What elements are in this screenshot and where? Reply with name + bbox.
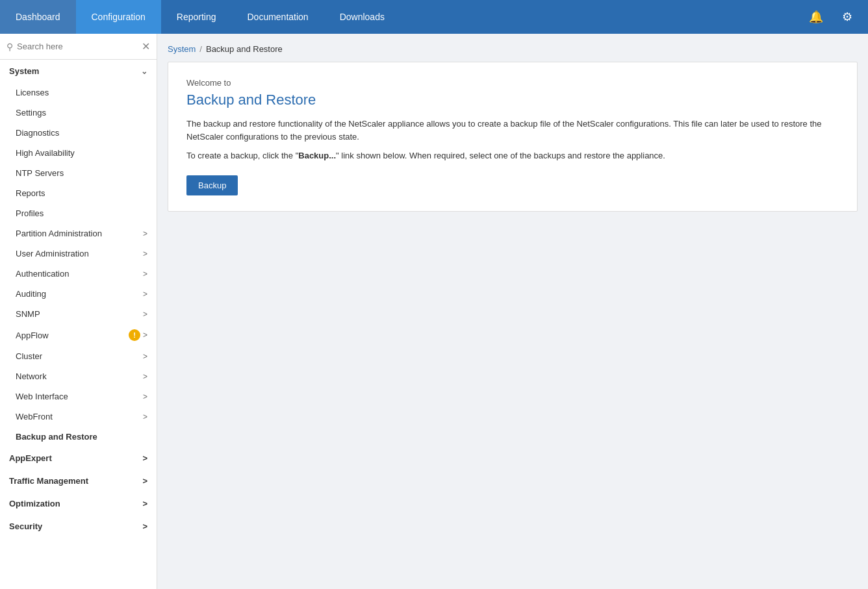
search-icon: ⚲ bbox=[6, 42, 13, 52]
nav-icon-group: 🔔 ⚙ bbox=[795, 0, 868, 34]
high-availability-label: High Availability bbox=[16, 148, 75, 158]
bell-icon[interactable]: 🔔 bbox=[806, 6, 826, 27]
cluster-label: Cluster bbox=[16, 351, 42, 361]
snmp-chevron-icon: > bbox=[143, 310, 147, 319]
sidebar-item-network[interactable]: Network > bbox=[0, 366, 157, 386]
system-section-label: System bbox=[9, 66, 39, 76]
sidebar-item-reports[interactable]: Reports bbox=[0, 183, 157, 203]
description-2: To create a backup, click the "Backup...… bbox=[186, 149, 839, 162]
network-chevron-icon: > bbox=[143, 372, 147, 381]
partition-admin-chevron-icon: > bbox=[143, 229, 147, 238]
sidebar: ⚲ ✕ System ⌄ Licenses Settings Diagnosti… bbox=[0, 34, 157, 589]
nav-item-downloads[interactable]: Downloads bbox=[324, 0, 400, 34]
cluster-chevron-icon: > bbox=[143, 352, 147, 361]
licenses-label: Licenses bbox=[16, 88, 49, 97]
desc2-prefix: To create a backup, click the " bbox=[186, 151, 298, 160]
sidebar-item-auditing[interactable]: Auditing > bbox=[0, 284, 157, 304]
sidebar-item-backup-and-restore[interactable]: Backup and Restore bbox=[0, 427, 157, 447]
search-input[interactable] bbox=[17, 42, 142, 51]
sidebar-item-diagnostics[interactable]: Diagnostics bbox=[0, 123, 157, 143]
sidebar-item-user-administration[interactable]: User Administration > bbox=[0, 244, 157, 264]
auditing-label: Auditing bbox=[16, 289, 46, 299]
sidebar-section-security[interactable]: Security > bbox=[0, 515, 157, 538]
traffic-management-chevron-icon: > bbox=[142, 476, 147, 486]
sidebar-item-partition-administration[interactable]: Partition Administration > bbox=[0, 223, 157, 244]
appexpert-label: AppExpert bbox=[9, 453, 52, 463]
backup-button[interactable]: Backup bbox=[186, 175, 238, 195]
sidebar-item-high-availability[interactable]: High Availability bbox=[0, 143, 157, 163]
sidebar-item-licenses[interactable]: Licenses bbox=[0, 82, 157, 103]
sidebar-item-appflow[interactable]: AppFlow ! > bbox=[0, 324, 157, 346]
main-layout: ⚲ ✕ System ⌄ Licenses Settings Diagnosti… bbox=[0, 34, 868, 589]
page-title: Backup and Restore bbox=[186, 92, 839, 108]
sidebar-section-appexpert[interactable]: AppExpert > bbox=[0, 447, 157, 470]
sidebar-search-bar[interactable]: ⚲ ✕ bbox=[0, 34, 157, 60]
diagnostics-label: Diagnostics bbox=[16, 128, 59, 138]
authentication-label: Authentication bbox=[16, 269, 69, 279]
security-label: Security bbox=[9, 521, 42, 531]
nav-item-documentation[interactable]: Documentation bbox=[231, 0, 324, 34]
appflow-right: ! > bbox=[129, 329, 147, 341]
sidebar-item-webfront[interactable]: WebFront > bbox=[0, 407, 157, 427]
webfront-chevron-icon: > bbox=[143, 412, 147, 421]
desc2-link: Backup... bbox=[298, 151, 336, 160]
sidebar-item-profiles[interactable]: Profiles bbox=[0, 203, 157, 223]
content-card: Welcome to Backup and Restore The backup… bbox=[168, 62, 858, 212]
network-label: Network bbox=[16, 371, 47, 381]
backup-restore-label: Backup and Restore bbox=[16, 432, 97, 442]
web-interface-chevron-icon: > bbox=[143, 392, 147, 401]
profiles-label: Profiles bbox=[16, 208, 44, 218]
webfront-label: WebFront bbox=[16, 412, 53, 421]
breadcrumb-separator: / bbox=[199, 44, 202, 54]
sidebar-section-traffic-management[interactable]: Traffic Management > bbox=[0, 470, 157, 492]
desc2-suffix: " link shown below. When required, selec… bbox=[336, 151, 665, 160]
appflow-chevron-icon: > bbox=[143, 331, 147, 340]
optimization-chevron-icon: > bbox=[142, 499, 147, 508]
top-navigation: Dashboard Configuration Reporting Docume… bbox=[0, 0, 868, 34]
main-content-area: System / Backup and Restore Welcome to B… bbox=[157, 34, 868, 589]
settings-label: Settings bbox=[16, 108, 46, 118]
breadcrumb-parent[interactable]: System bbox=[168, 44, 196, 54]
optimization-label: Optimization bbox=[9, 499, 60, 508]
sidebar-item-ntp-servers[interactable]: NTP Servers bbox=[0, 163, 157, 183]
reports-label: Reports bbox=[16, 188, 45, 198]
sidebar-item-cluster[interactable]: Cluster > bbox=[0, 346, 157, 366]
auditing-chevron-icon: > bbox=[143, 290, 147, 299]
breadcrumb: System / Backup and Restore bbox=[168, 44, 858, 54]
appexpert-chevron-icon: > bbox=[142, 453, 147, 463]
description-1: The backup and restore functionality of … bbox=[186, 118, 839, 143]
breadcrumb-current: Backup and Restore bbox=[206, 44, 283, 54]
gear-icon[interactable]: ⚙ bbox=[837, 6, 858, 27]
security-chevron-icon: > bbox=[142, 521, 147, 531]
sidebar-section-optimization[interactable]: Optimization > bbox=[0, 492, 157, 515]
nav-item-configuration[interactable]: Configuration bbox=[76, 0, 161, 34]
authentication-chevron-icon: > bbox=[143, 269, 147, 279]
sidebar-item-settings[interactable]: Settings bbox=[0, 103, 157, 123]
sidebar-item-web-interface[interactable]: Web Interface > bbox=[0, 386, 157, 407]
partition-administration-label: Partition Administration bbox=[16, 229, 102, 238]
appflow-label: AppFlow bbox=[16, 331, 49, 340]
welcome-text: Welcome to bbox=[186, 78, 839, 88]
user-admin-chevron-icon: > bbox=[143, 249, 147, 258]
ntp-servers-label: NTP Servers bbox=[16, 168, 64, 178]
sidebar-section-system[interactable]: System ⌄ bbox=[0, 60, 157, 82]
user-administration-label: User Administration bbox=[16, 249, 89, 258]
traffic-management-label: Traffic Management bbox=[9, 476, 88, 486]
sidebar-item-authentication[interactable]: Authentication > bbox=[0, 264, 157, 284]
snmp-label: SNMP bbox=[16, 309, 40, 319]
nav-item-dashboard[interactable]: Dashboard bbox=[0, 0, 76, 34]
web-interface-label: Web Interface bbox=[16, 392, 68, 401]
system-chevron-down-icon: ⌄ bbox=[141, 67, 147, 76]
appflow-warning-badge: ! bbox=[129, 329, 140, 341]
close-icon[interactable]: ✕ bbox=[142, 40, 150, 53]
nav-item-reporting[interactable]: Reporting bbox=[161, 0, 232, 34]
sidebar-item-snmp[interactable]: SNMP > bbox=[0, 304, 157, 324]
